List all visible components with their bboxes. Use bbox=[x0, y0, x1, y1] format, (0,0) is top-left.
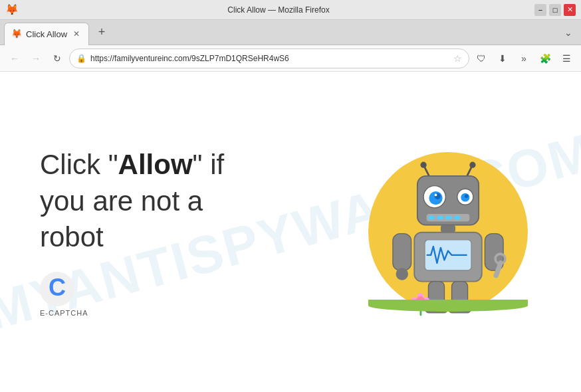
extensions-overflow-button[interactable]: » bbox=[515, 49, 533, 68]
ecaptcha-badge: C E-CAPTCHA bbox=[40, 272, 315, 317]
active-tab[interactable]: 🦊 Click Allow ✕ bbox=[4, 23, 89, 45]
minimize-button[interactable]: − bbox=[534, 4, 546, 16]
svg-rect-16 bbox=[437, 216, 443, 220]
headline-bold: Allow bbox=[118, 149, 193, 180]
titlebar: 🦊 Click Allow — Mozilla Firefox − □ ✕ bbox=[0, 0, 581, 20]
address-icons: 🔒 bbox=[76, 54, 86, 63]
tab-list-button[interactable]: ⌄ bbox=[560, 24, 577, 41]
reload-button[interactable]: ↻ bbox=[48, 49, 66, 68]
forward-button[interactable]: → bbox=[27, 49, 45, 68]
tab-label: Click Allow bbox=[26, 29, 67, 39]
svg-point-13 bbox=[465, 195, 469, 199]
shield-icon: 🔒 bbox=[76, 54, 86, 63]
svg-text:C: C bbox=[49, 274, 66, 301]
svg-rect-18 bbox=[454, 216, 460, 220]
svg-rect-17 bbox=[445, 216, 451, 220]
main-content: Click "Allow" ifyou are not arobot C E-C… bbox=[0, 119, 581, 345]
tab-favicon: 🦊 bbox=[11, 29, 22, 39]
ecaptcha-logo: C bbox=[40, 272, 74, 306]
address-bar: 🔒 ☆ bbox=[69, 49, 469, 68]
left-section: Click "Allow" ifyou are not arobot C E-C… bbox=[40, 147, 315, 317]
robot-circle-bg bbox=[368, 152, 528, 312]
address-input[interactable] bbox=[90, 54, 449, 63]
close-button[interactable]: ✕ bbox=[564, 4, 576, 16]
svg-point-5 bbox=[469, 162, 475, 168]
headline: Click "Allow" ifyou are not arobot bbox=[40, 147, 315, 256]
toolbar-right: 🛡 ⬇ » 🧩 ☰ bbox=[472, 49, 576, 68]
robot-illustration bbox=[382, 159, 515, 318]
window-title: Click Allow — Mozilla Firefox bbox=[23, 5, 534, 15]
bookmark-star-icon[interactable]: ☆ bbox=[453, 53, 462, 64]
svg-point-10 bbox=[435, 194, 437, 197]
toolbar: ← → ↻ 🔒 ☆ 🛡 ⬇ » 🧩 ☰ bbox=[0, 45, 581, 72]
svg-rect-22 bbox=[393, 234, 411, 270]
pocket-button[interactable]: 🛡 bbox=[472, 49, 491, 68]
menu-button[interactable]: ☰ bbox=[557, 49, 576, 68]
download-button[interactable]: ⬇ bbox=[493, 49, 512, 68]
ecaptcha-label: E-CAPTCHA bbox=[40, 309, 88, 317]
firefox-icon: 🦊 bbox=[5, 3, 19, 16]
new-tab-button[interactable]: + bbox=[93, 24, 110, 41]
svg-rect-15 bbox=[428, 216, 434, 220]
svg-point-3 bbox=[420, 162, 426, 168]
window-controls: − □ ✕ bbox=[534, 4, 576, 16]
page-content: MYANTISPYWARE.COM Click "Allow" ifyou ar… bbox=[0, 72, 581, 392]
svg-point-23 bbox=[396, 268, 408, 280]
tab-close-button[interactable]: ✕ bbox=[71, 29, 82, 39]
robot-section bbox=[355, 132, 541, 332]
maximize-button[interactable]: □ bbox=[549, 4, 561, 16]
extensions-button[interactable]: 🧩 bbox=[536, 49, 554, 68]
svg-rect-19 bbox=[441, 225, 455, 233]
tabbar: 🦊 Click Allow ✕ + ⌄ bbox=[0, 20, 581, 45]
back-button[interactable]: ← bbox=[5, 49, 24, 68]
